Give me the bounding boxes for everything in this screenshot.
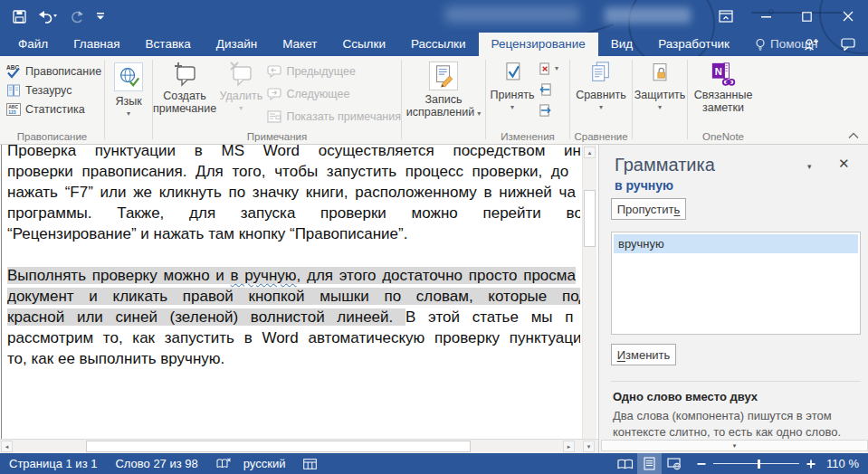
language-label: Язык bbox=[115, 95, 141, 108]
doc-line: документ и кликать правой кнопкой мышки … bbox=[7, 286, 580, 307]
next-change-button[interactable] bbox=[539, 104, 558, 118]
tab-design[interactable]: Дизайн bbox=[204, 33, 270, 56]
minimize-icon[interactable] bbox=[746, 0, 787, 33]
protect-lock-icon bbox=[648, 62, 672, 85]
scroll-left-icon[interactable]: ◂ bbox=[1, 441, 13, 452]
lightbulb-icon bbox=[755, 38, 766, 52]
tab-mailings[interactable]: Рассылки bbox=[398, 33, 479, 56]
comments-bubble-icon[interactable] bbox=[841, 38, 855, 51]
delete-comment-label: Удалить bbox=[219, 90, 262, 102]
zoom-slider-thumb[interactable] bbox=[758, 460, 760, 469]
compare-button[interactable]: Сравнить ▾ bbox=[570, 56, 632, 139]
save-icon[interactable] bbox=[13, 10, 26, 24]
new-comment-button[interactable]: Создать примечание bbox=[153, 56, 216, 139]
zoom-level[interactable]: 110 % bbox=[816, 457, 859, 470]
group-label-changes: Изменения bbox=[486, 131, 569, 142]
svg-text:N: N bbox=[715, 66, 722, 77]
protect-button[interactable]: Защитить ▾ bbox=[633, 56, 687, 139]
tab-view[interactable]: Вид bbox=[598, 33, 645, 56]
tab-home[interactable]: Главная bbox=[61, 33, 132, 56]
thesaurus-button[interactable]: Тезаурус bbox=[0, 81, 104, 100]
new-comment-label-1: Создать bbox=[163, 90, 206, 102]
show-comments-icon bbox=[267, 110, 281, 123]
tab-insert[interactable]: Вставка bbox=[133, 33, 204, 56]
web-layout-icon[interactable] bbox=[662, 453, 686, 474]
horizontal-scroll-thumb[interactable] bbox=[86, 441, 471, 452]
new-comment-label-2: примечание bbox=[153, 102, 216, 115]
group-compare: Сравнить ▾ Сравнение bbox=[570, 56, 632, 144]
print-layout-icon[interactable] bbox=[637, 453, 662, 474]
collapse-ribbon-icon[interactable] bbox=[848, 132, 859, 139]
scroll-right-icon[interactable]: ▸ bbox=[563, 441, 575, 452]
skip-button[interactable]: Пропустить bbox=[611, 198, 686, 220]
horizontal-scrollbar[interactable]: ◂ ▸ ▾ bbox=[0, 439, 598, 453]
reject-button[interactable]: ▾ bbox=[539, 62, 558, 76]
pane-scroll-down-strip[interactable]: ▾ bbox=[601, 440, 868, 451]
tab-references[interactable]: Ссылки bbox=[329, 33, 398, 56]
zoom-out-icon[interactable] bbox=[697, 460, 706, 469]
language-button[interactable]: Язык ▾ bbox=[105, 56, 152, 139]
undo-icon[interactable] bbox=[38, 9, 58, 24]
next-comment-button: Следующее bbox=[265, 86, 401, 102]
group-language: Язык ▾ bbox=[105, 56, 152, 144]
new-comment-icon bbox=[171, 62, 198, 87]
previous-change-button[interactable] bbox=[539, 83, 558, 97]
grammar-pane: Грамматика ▾ ✕ в ручную Пропустить вручн… bbox=[598, 145, 868, 453]
track-changes-caret: ▾ bbox=[477, 109, 481, 118]
zoom-slider[interactable] bbox=[713, 459, 799, 469]
tab-layout[interactable]: Макет bbox=[270, 33, 329, 56]
doc-line: программы. Также, для запуска проверки м… bbox=[7, 203, 580, 223]
close-icon[interactable] bbox=[827, 0, 868, 33]
document-canvas[interactable]: Проверка пунктуации в MS Word осуществля… bbox=[0, 145, 580, 439]
window-controls bbox=[705, 0, 868, 33]
next-comment-icon bbox=[267, 88, 281, 100]
paragraph-2: Выполнять проверку можно и в ручную, для… bbox=[7, 265, 580, 369]
previous-comment-button: Предыдущее bbox=[265, 63, 401, 80]
doc-line: красной или синей (зеленой) волнистой ли… bbox=[7, 307, 580, 327]
pane-close-icon[interactable]: ✕ bbox=[838, 156, 850, 172]
word-count-button[interactable]: ABC123 Статистика bbox=[0, 100, 104, 118]
vertical-scroll-thumb[interactable] bbox=[584, 190, 596, 247]
grammar-error-phrase[interactable]: в ручную bbox=[231, 267, 297, 284]
statusbar-right: 110 % bbox=[613, 453, 859, 474]
word-count[interactable]: Слово 27 из 98 bbox=[115, 457, 197, 470]
ribbon-tab-row: Файл Главная Вставка Дизайн Макет Ссылки… bbox=[0, 33, 868, 56]
error-phrase: в ручную bbox=[615, 178, 673, 193]
rule-description: контексте слитно, то есть как одно слово… bbox=[613, 425, 841, 439]
macro-recorder-icon[interactable] bbox=[303, 459, 317, 469]
suggestion-item-selected[interactable]: вручную bbox=[614, 234, 858, 253]
doc-line: нажать “F7” или же кликнуть по значку кн… bbox=[7, 182, 580, 203]
change-button[interactable]: Изменить bbox=[611, 344, 676, 365]
accept-icon bbox=[501, 62, 524, 85]
onenote-icon: N bbox=[710, 62, 737, 87]
tab-file[interactable]: Файл bbox=[5, 33, 61, 56]
group-label-onenote: OneNote bbox=[688, 131, 758, 142]
doc-line: Проверка пунктуации в MS Word осуществля… bbox=[7, 145, 580, 161]
page-count[interactable]: Страница 1 из 1 bbox=[9, 457, 97, 470]
language-indicator[interactable]: русский bbox=[243, 457, 286, 470]
read-mode-icon[interactable] bbox=[613, 453, 637, 474]
customize-qat-icon[interactable] bbox=[96, 12, 105, 21]
share-person-add-icon[interactable] bbox=[804, 38, 819, 51]
scroll-down-icon[interactable]: ▾ bbox=[583, 441, 595, 452]
pane-menu-caret-icon[interactable]: ▾ bbox=[807, 162, 812, 171]
vertical-scrollbar[interactable]: ▴ bbox=[582, 145, 596, 439]
scroll-up-icon[interactable]: ▴ bbox=[584, 147, 596, 158]
tab-review[interactable]: Рецензирование bbox=[479, 33, 598, 56]
proofing-errors-icon[interactable] bbox=[216, 458, 231, 469]
show-comments-label: Показать примечания bbox=[286, 110, 401, 123]
statistics-abc123-icon: ABC123 bbox=[6, 102, 21, 117]
tab-developer[interactable]: Разработчик bbox=[645, 33, 742, 56]
accept-button[interactable]: Принять ▾ bbox=[486, 56, 539, 139]
spelling-button[interactable]: ABC Правописание bbox=[0, 62, 104, 81]
maximize-icon[interactable] bbox=[787, 0, 827, 33]
ribbon-display-options-icon[interactable] bbox=[705, 0, 746, 33]
group-label-proofing: Правописание bbox=[0, 131, 104, 142]
zoom-in-icon[interactable] bbox=[806, 460, 816, 469]
language-globe-icon bbox=[114, 62, 143, 91]
linked-notes-button[interactable]: N Связанные заметки bbox=[688, 56, 758, 139]
track-changes-button[interactable]: Запись исправлений▾ bbox=[402, 56, 485, 139]
window-title-redacted bbox=[445, 6, 579, 23]
delete-comment-caret: ▾ bbox=[239, 104, 243, 112]
suggestions-listbox[interactable]: вручную bbox=[611, 232, 861, 335]
